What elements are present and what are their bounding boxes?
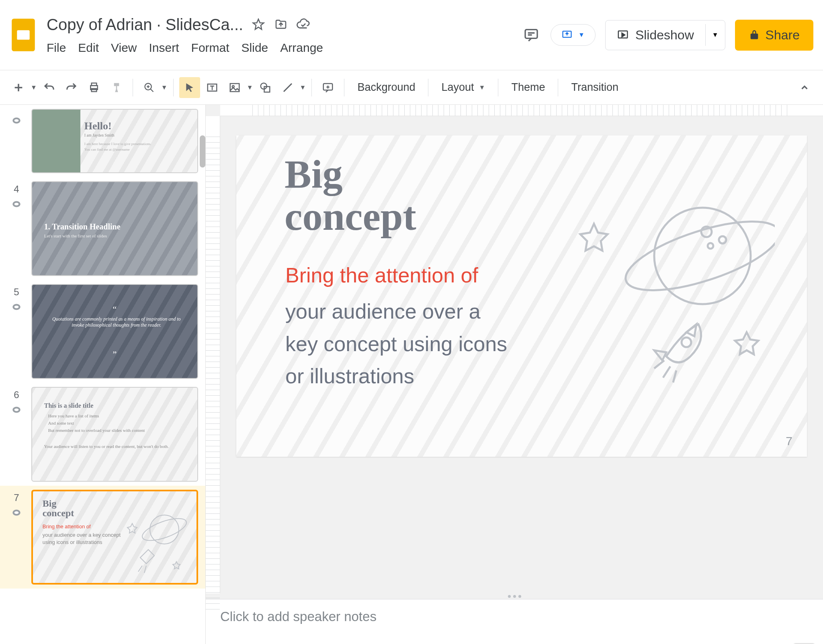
chevron-down-icon: ▼ — [161, 84, 168, 91]
redo-button[interactable] — [61, 77, 82, 98]
svg-rect-6 — [92, 83, 97, 85]
document-title[interactable]: Copy of Adrian · SlidesCa... — [47, 16, 243, 34]
thumbnail-slide[interactable]: Hello! I am Jayden Smith I am here becau… — [31, 109, 198, 173]
svg-point-22 — [14, 409, 18, 411]
thumb-text: Bring the attention of — [43, 523, 91, 530]
svg-point-24 — [14, 511, 18, 514]
thumb-text: But remember not to overload your slides… — [48, 428, 185, 433]
speaker-notes-icon — [11, 405, 22, 415]
collapse-toolbar-icon[interactable] — [794, 77, 815, 98]
print-button[interactable] — [84, 77, 104, 98]
menu-view[interactable]: View — [111, 41, 137, 55]
menu-file[interactable]: File — [47, 41, 66, 55]
slide-number: 6 — [14, 389, 19, 401]
transition-button[interactable]: Transition — [564, 77, 626, 98]
slide-number: 7 — [14, 492, 19, 503]
doodle-icon — [124, 507, 188, 576]
undo-button[interactable] — [39, 77, 59, 98]
chevron-down-icon: ▼ — [300, 84, 306, 91]
svg-point-32 — [682, 337, 691, 347]
thumbnail-slide-selected[interactable]: Bigconcept Bring the attention of your a… — [31, 490, 198, 585]
thumb-text: I am here because I love to give present… — [84, 142, 151, 146]
slideshow-dropdown[interactable]: ▼ — [705, 24, 725, 46]
star-icon[interactable] — [251, 17, 266, 32]
svg-point-25 — [150, 515, 179, 544]
svg-point-20 — [14, 306, 18, 309]
quote-icon: ” — [113, 349, 117, 360]
slideshow-button[interactable]: Slideshow — [606, 20, 705, 50]
move-to-drive-icon[interactable] — [274, 17, 288, 32]
svg-point-30 — [719, 236, 726, 243]
thumb-title: Hello! — [84, 120, 112, 132]
menu-slide[interactable]: Slide — [242, 41, 268, 55]
share-button[interactable]: Share — [735, 20, 813, 51]
speaker-notes-icon — [11, 199, 22, 209]
illustration-icon[interactable] — [566, 184, 775, 409]
shape-button[interactable] — [255, 77, 276, 98]
text-box-button[interactable] — [202, 77, 223, 98]
cloud-status-icon[interactable] — [296, 17, 311, 32]
thumb-text: Let's start with the first set of slides — [44, 233, 107, 238]
slide-body[interactable]: your audience over akey concept using ic… — [285, 295, 507, 393]
slide-number: 5 — [14, 286, 19, 298]
speaker-notes[interactable]: Click to add speaker notes — [206, 599, 823, 644]
line-button[interactable]: ▼ — [277, 77, 306, 98]
thumb-title: This is a slide title — [44, 402, 94, 409]
speaker-notes-icon — [11, 115, 22, 126]
background-button[interactable]: Background — [350, 77, 422, 98]
comments-icon[interactable] — [522, 25, 541, 45]
layout-button[interactable]: Layout▼ — [434, 77, 492, 98]
svg-point-18 — [14, 203, 18, 206]
slide-page-number: 7 — [786, 434, 792, 448]
slide-number: 4 — [14, 184, 19, 195]
quote-icon: “ — [113, 304, 117, 315]
image-button[interactable]: ▼ — [224, 77, 253, 98]
thumb-title: Bigconcept — [43, 499, 74, 518]
slides-logo[interactable] — [10, 16, 37, 53]
new-slide-button[interactable]: ▼ — [8, 77, 37, 98]
svg-rect-13 — [264, 86, 270, 92]
slideshow-label: Slideshow — [635, 28, 694, 43]
thumbnail-slide[interactable]: 1. Transition Headline Let's start with … — [31, 181, 198, 276]
svg-point-31 — [708, 243, 713, 249]
menu-insert[interactable]: Insert — [149, 41, 179, 55]
svg-rect-10 — [230, 84, 239, 92]
chevron-down-icon: ▼ — [578, 31, 585, 39]
horizontal-ruler — [220, 105, 823, 116]
speaker-notes-icon — [11, 507, 22, 518]
thumb-text: Quotations are commonly printed as a mea… — [52, 316, 181, 328]
thumb-text: your audience over a key concept using i… — [43, 532, 123, 546]
thumbnail-slide[interactable]: This is a slide title Here you have a li… — [31, 387, 198, 482]
scrollbar-thumb[interactable] — [200, 135, 205, 168]
svg-point-26 — [140, 514, 188, 545]
thumb-text: Your audience will listen to you or read… — [44, 444, 185, 449]
present-dropdown[interactable]: ▼ — [551, 24, 596, 46]
vertical-ruler — [206, 116, 220, 593]
svg-point-16 — [14, 119, 18, 122]
thumb-text: You can find me at @username — [84, 147, 130, 151]
menu-format[interactable]: Format — [191, 41, 229, 55]
thumb-title: 1. Transition Headline — [44, 222, 121, 231]
thumb-text: And some text — [48, 421, 74, 425]
thumbnail-slide[interactable]: “ Quotations are commonly printed as a m… — [31, 284, 198, 379]
thumbnail-panel[interactable]: Hello! I am Jayden Smith I am here becau… — [0, 105, 206, 644]
slide-subtitle[interactable]: Bring the attention of — [285, 263, 478, 287]
thumb-text: I am Jayden Smith — [84, 133, 115, 137]
notes-resize-handle[interactable] — [206, 593, 823, 599]
menu-arrange[interactable]: Arrange — [280, 41, 323, 55]
chevron-down-icon: ▼ — [479, 84, 485, 91]
theme-button[interactable]: Theme — [504, 77, 552, 98]
menu-edit[interactable]: Edit — [78, 41, 99, 55]
svg-rect-2 — [525, 30, 537, 39]
chevron-down-icon: ▼ — [712, 31, 719, 38]
add-comment-button[interactable] — [317, 77, 338, 98]
slide-title[interactable]: Bigconcept — [285, 153, 416, 237]
canvas[interactable]: Bigconcept Bring the attention of your a… — [220, 116, 823, 593]
chevron-down-icon: ▼ — [247, 84, 253, 91]
select-tool[interactable] — [179, 77, 200, 98]
paint-format-button[interactable] — [106, 77, 127, 98]
svg-rect-1 — [17, 30, 29, 40]
slide-canvas[interactable]: Bigconcept Bring the attention of your a… — [236, 135, 807, 457]
zoom-button[interactable]: ▼ — [139, 77, 168, 98]
thumb-text: Here you have a list of items — [48, 413, 99, 418]
